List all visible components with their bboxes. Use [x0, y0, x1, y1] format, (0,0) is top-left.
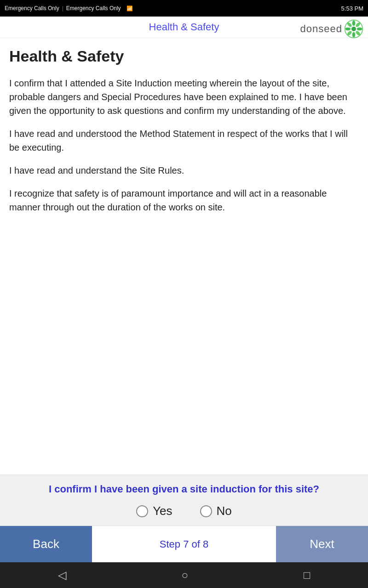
status-bar-left: Emergency Calls Only | Emergency Calls O…: [5, 5, 133, 11]
step-indicator: Step 7 of 8: [92, 538, 276, 550]
yes-label: Yes: [153, 504, 172, 518]
page-heading: Health & Safety: [9, 47, 359, 65]
paragraph-2: I have read and understood the Method St…: [9, 127, 359, 154]
nav-bar: ◁ ○ □: [0, 562, 368, 588]
back-button[interactable]: Back: [0, 526, 92, 562]
next-button[interactable]: Next: [276, 526, 368, 562]
clock: 5:53 PM: [341, 5, 363, 12]
no-option[interactable]: No: [200, 504, 232, 518]
confirmation-section: I confirm I have been given a site induc…: [0, 475, 368, 526]
paragraph-1: I confirm that I attended a Site Inducti…: [9, 76, 359, 118]
donseed-logo-icon: [344, 19, 363, 39]
logo-text: donseed: [300, 23, 342, 35]
yes-radio-circle[interactable]: [136, 505, 148, 517]
radio-row: Yes No: [5, 504, 363, 518]
signal-icons: 📶: [126, 6, 133, 11]
logo: donseed: [300, 19, 363, 39]
emergency-calls-1: Emergency Calls Only: [5, 5, 59, 11]
emergency-calls-2: Emergency Calls Only: [66, 5, 121, 11]
main-content: Health & Safety I confirm that I attende…: [0, 38, 368, 475]
header-title: Health & Safety: [149, 21, 219, 33]
footer: Back Step 7 of 8 Next: [0, 526, 368, 562]
yes-option[interactable]: Yes: [136, 504, 172, 518]
status-bar: Emergency Calls Only | Emergency Calls O…: [0, 0, 368, 17]
paragraph-3: I have read and understand the Site Rule…: [9, 164, 359, 177]
no-radio-circle[interactable]: [200, 505, 212, 517]
paragraph-4: I recognize that safety is of paramount …: [9, 187, 359, 214]
back-nav-icon[interactable]: ◁: [58, 569, 66, 582]
svg-point-2: [352, 32, 356, 38]
no-label: No: [217, 504, 232, 518]
header: Health & Safety donseed: [0, 17, 368, 38]
status-divider: |: [62, 5, 63, 11]
svg-point-1: [352, 21, 356, 26]
svg-point-4: [357, 28, 362, 31]
recents-nav-icon[interactable]: □: [304, 569, 310, 582]
status-bar-right: 5:53 PM: [341, 5, 363, 12]
confirmation-question: I confirm I have been given a site induc…: [5, 482, 363, 497]
svg-point-3: [345, 28, 351, 31]
home-nav-icon[interactable]: ○: [182, 569, 189, 582]
svg-point-9: [351, 27, 356, 31]
